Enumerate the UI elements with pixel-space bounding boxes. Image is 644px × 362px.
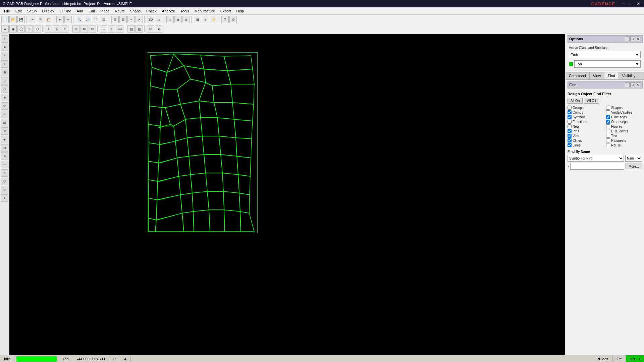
menu-tools[interactable]: Tools <box>178 8 192 14</box>
nets-checkbox[interactable] <box>568 124 572 128</box>
menu-route[interactable]: Route <box>112 8 127 14</box>
cline-segs-checkbox[interactable] <box>606 115 610 119</box>
menu-help[interactable]: Help <box>234 8 247 14</box>
pins-checkbox[interactable] <box>568 129 572 133</box>
menu-check[interactable]: Check <box>144 8 159 14</box>
tb-cmd3[interactable]: ⊗ <box>182 16 190 23</box>
menu-manufacture[interactable]: Manufacture <box>192 8 218 14</box>
tb2-2[interactable]: ◉ <box>9 25 17 33</box>
tb2-11[interactable]: ⊡ <box>89 25 96 33</box>
tb2-13[interactable]: ↕ <box>108 25 115 33</box>
tab-command[interactable]: Command <box>566 72 590 79</box>
tab-view[interactable]: View <box>590 72 605 79</box>
tb-bar3[interactable]: ⚡ <box>210 16 217 23</box>
menu-shape[interactable]: Shape <box>127 8 144 14</box>
tb2-17[interactable]: ⟳ <box>147 25 154 33</box>
options-close-btn[interactable]: ✕ <box>636 37 640 41</box>
functions-checkbox[interactable] <box>568 120 572 124</box>
maximize-button[interactable]: □ <box>628 1 634 6</box>
menu-setup[interactable]: Setup <box>24 8 40 14</box>
tool-9[interactable]: ≡ <box>1 111 8 118</box>
tb2-6[interactable]: ⟟ <box>45 25 52 33</box>
figures-checkbox[interactable] <box>606 124 610 128</box>
tb-cut[interactable]: ✂ <box>29 16 36 23</box>
tool-17[interactable]: ⌬ <box>1 178 8 185</box>
tb-zoom-out[interactable]: 🔎 <box>84 16 91 23</box>
close-button[interactable]: ✕ <box>635 1 641 6</box>
tool-7[interactable]: ⊗ <box>1 94 8 101</box>
groups-checkbox[interactable] <box>568 106 572 110</box>
lines-checkbox[interactable] <box>568 143 572 147</box>
all-on-btn[interactable]: All On <box>568 98 583 104</box>
more-button[interactable]: More... <box>626 164 642 169</box>
tb-cmd1[interactable]: ⬥ <box>166 16 174 23</box>
tool-16[interactable]: ∿ <box>1 169 8 177</box>
tool-14[interactable]: ⊘ <box>1 153 8 160</box>
find-text-input[interactable] <box>570 163 624 170</box>
tb2-4[interactable]: ▷ <box>25 25 33 33</box>
options-expand-btn[interactable]: □ <box>630 37 635 41</box>
tb-cmd2[interactable]: ⊕ <box>174 16 182 23</box>
menu-edit2[interactable]: Edit <box>86 8 98 14</box>
all-off-btn[interactable]: All Off <box>584 98 599 104</box>
other-segs-checkbox[interactable] <box>606 120 610 124</box>
tool-12[interactable]: ◈ <box>1 136 8 143</box>
tb-drc[interactable]: ✔ <box>136 16 143 23</box>
drc-errors-checkbox[interactable] <box>606 129 610 133</box>
comps-checkbox[interactable] <box>568 110 572 114</box>
tb2-3[interactable]: ◯ <box>17 25 25 33</box>
class-select[interactable]: Etch ▼ <box>569 51 641 58</box>
tool-13[interactable]: ⊡ <box>1 144 8 152</box>
menu-place[interactable]: Place <box>98 8 112 14</box>
vias-checkbox[interactable] <box>568 134 572 138</box>
tb-3d2[interactable]: □ <box>155 16 162 23</box>
tab-find[interactable]: Find <box>604 72 619 79</box>
tb2-9[interactable]: ⊞ <box>72 25 80 33</box>
tb2-5[interactable]: ⬡ <box>34 25 41 33</box>
menu-add[interactable]: Add <box>74 8 86 14</box>
canvas-area[interactable] <box>9 34 565 355</box>
tb-open[interactable]: 📂 <box>9 16 17 23</box>
name-select[interactable]: Nam <box>625 155 642 162</box>
tb-new[interactable]: 📄 <box>1 16 9 23</box>
symbol-select[interactable]: Symbol (or Pin) <box>568 155 624 162</box>
find-close-btn[interactable]: ✕ <box>636 82 640 87</box>
tb-grid[interactable]: ⊞ <box>111 16 119 23</box>
tb-analyze[interactable]: ⚙ <box>229 16 237 23</box>
tool-3[interactable]: ⌖ <box>1 60 8 68</box>
tb-3d[interactable]: 3D <box>147 16 154 23</box>
shapes-checkbox[interactable] <box>606 106 610 110</box>
tool-select[interactable]: ↖ <box>1 35 8 43</box>
tb-zoom-in[interactable]: 🔍 <box>76 16 83 23</box>
tool-15[interactable]: — <box>1 161 8 168</box>
rat-ts-checkbox[interactable] <box>606 143 610 147</box>
tb2-1[interactable]: ● <box>1 25 9 33</box>
ratsnests-checkbox[interactable] <box>606 138 610 142</box>
tb2-14[interactable]: ⟺ <box>116 25 123 33</box>
tb2-15[interactable]: ▤ <box>127 25 135 33</box>
symbols-checkbox[interactable] <box>568 115 572 119</box>
tool-19[interactable]: ✦ <box>1 194 8 202</box>
tb-redo[interactable]: ↪ <box>64 16 72 23</box>
tb-zoom-fit[interactable]: ⛶ <box>92 16 99 23</box>
tb2-18[interactable]: ★ <box>155 25 162 33</box>
tb2-16[interactable]: ▥ <box>136 25 143 33</box>
tool-8[interactable]: ⟳ <box>1 102 8 110</box>
voids-checkbox[interactable] <box>606 110 610 114</box>
tb2-8[interactable]: ⟡ <box>61 25 68 33</box>
tb-bar1[interactable]: ▦ <box>194 16 201 23</box>
tool-10[interactable]: ▦ <box>1 119 8 126</box>
tb-zoom-area[interactable]: ⊡ <box>100 16 107 23</box>
tb-bar2[interactable]: ≡ <box>202 16 209 23</box>
minimize-button[interactable]: − <box>621 1 627 6</box>
clines-checkbox[interactable] <box>568 138 572 142</box>
find-minimize-btn[interactable]: − <box>625 82 630 87</box>
subclass-select[interactable]: Top ▼ <box>574 60 641 68</box>
tb2-12[interactable]: ↔ <box>100 25 107 33</box>
find-expand-btn[interactable]: □ <box>630 82 635 87</box>
tb-rats[interactable]: ~ <box>127 16 135 23</box>
tool-6[interactable]: ⬡ <box>1 85 8 93</box>
menu-analyze[interactable]: Analyze <box>159 8 178 14</box>
tool-5[interactable]: △ <box>1 77 8 84</box>
tb2-7[interactable]: ⟠ <box>53 25 60 33</box>
